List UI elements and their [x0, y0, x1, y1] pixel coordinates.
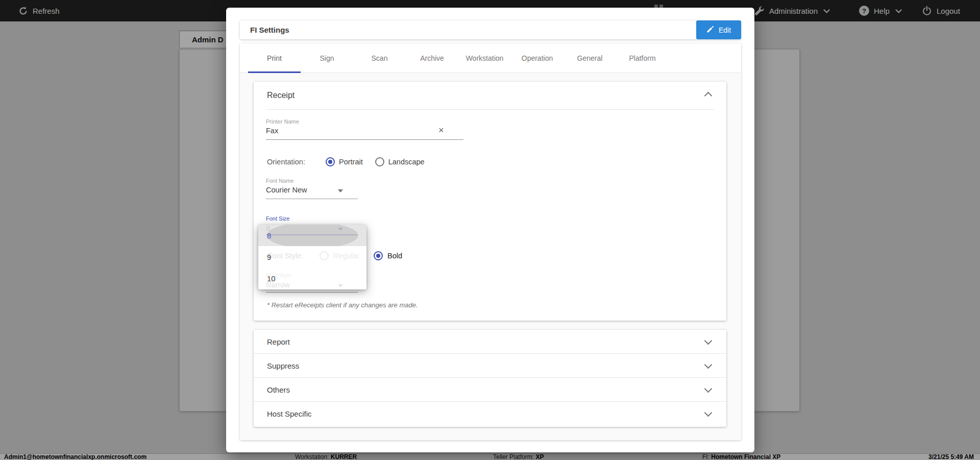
app-root: Refresh Administration ? Help [0, 0, 980, 460]
font-name-label: Font Name [266, 178, 293, 184]
settings-tabs: Print Sign Scan Archive Workstation Oper… [240, 43, 741, 73]
clear-icon[interactable]: × [438, 126, 444, 135]
bold-label: Bold [387, 252, 402, 260]
expand-chevron-down-icon [704, 385, 713, 393]
tab-scan[interactable]: Scan [353, 43, 406, 73]
tab-operation[interactable]: Operation [511, 43, 564, 73]
bold-radio[interactable] [374, 251, 383, 260]
orientation-row: Orientation: Portrait Landscape [267, 157, 425, 166]
settings-accordion: Report Suppress Others Host Specific [254, 330, 726, 427]
orientation-label: Orientation: [267, 158, 305, 166]
dialog-body: Print Sign Scan Archive Workstation Oper… [240, 43, 741, 440]
expand-chevron-down-icon [704, 361, 713, 369]
section-report-label: Report [267, 337, 290, 346]
font-size-option-9[interactable]: 9 [258, 246, 366, 268]
section-report[interactable]: Report [254, 330, 726, 354]
font-size-dropdown-menu: 8 9 10 [258, 225, 366, 289]
tab-general[interactable]: General [564, 43, 616, 73]
font-size-option-8[interactable]: 8 [258, 225, 366, 246]
font-size-label: Font Size [266, 215, 289, 222]
section-others[interactable]: Others [254, 378, 726, 402]
printer-name-input[interactable]: Fax [266, 127, 278, 135]
select-underline [266, 199, 358, 199]
font-name-select[interactable]: Courier New [266, 186, 307, 194]
fi-settings-dialog: FI Settings Edit Print Sign Scan Archive… [226, 8, 754, 452]
tab-workstation[interactable]: Workstation [458, 43, 511, 73]
tab-archive[interactable]: Archive [406, 43, 458, 73]
divider [266, 109, 714, 110]
dropdown-arrow-icon[interactable] [338, 189, 343, 192]
section-suppress[interactable]: Suppress [254, 354, 726, 378]
print-tab-panel: Receipt Printer Name Fax × Orientation: … [240, 73, 741, 440]
input-underline [266, 139, 463, 140]
tab-sign[interactable]: Sign [301, 43, 353, 73]
expand-chevron-down-icon [704, 337, 713, 345]
select-underline [266, 292, 358, 293]
expand-chevron-down-icon [704, 409, 713, 417]
receipt-section-title: Receipt [267, 91, 295, 100]
pencil-icon [706, 26, 714, 35]
portrait-label: Portrait [339, 158, 363, 166]
printer-name-label: Printer Name [266, 118, 299, 125]
dialog-title: FI Settings [240, 26, 289, 34]
tab-platform[interactable]: Platform [616, 43, 669, 73]
collapse-chevron-up-icon[interactable] [704, 92, 713, 100]
edit-button-label: Edit [719, 26, 731, 34]
section-others-label: Others [267, 385, 290, 394]
portrait-radio[interactable] [326, 157, 335, 166]
tab-print[interactable]: Print [248, 43, 301, 73]
dialog-header: FI Settings Edit [240, 20, 741, 39]
section-host-specific[interactable]: Host Specific [254, 402, 726, 426]
landscape-radio[interactable] [375, 157, 384, 166]
restart-note: * Restart eReceipts client if any change… [267, 301, 418, 309]
landscape-label: Landscape [388, 158, 425, 166]
section-suppress-label: Suppress [267, 361, 299, 370]
receipt-section: Receipt Printer Name Fax × Orientation: … [254, 82, 726, 321]
section-host-specific-label: Host Specific [267, 409, 312, 418]
edit-button[interactable]: Edit [696, 20, 741, 39]
font-size-option-10[interactable]: 10 [258, 268, 366, 289]
